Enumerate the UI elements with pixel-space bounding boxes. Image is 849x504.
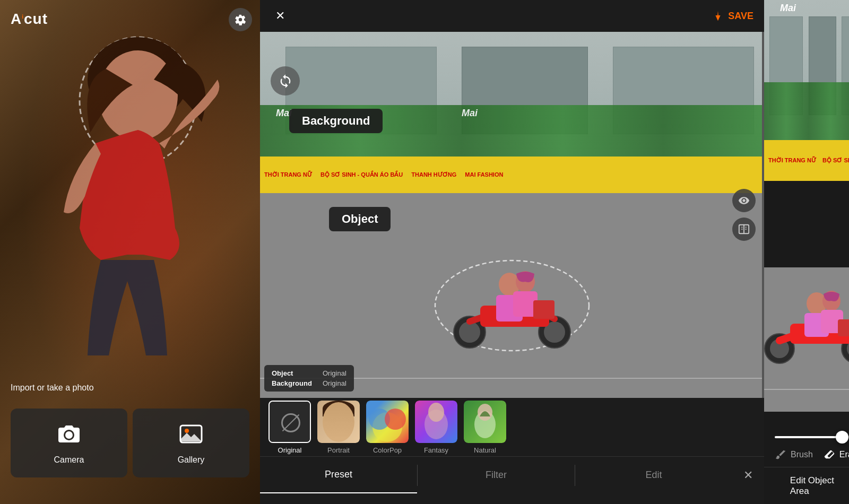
right-scooter-group bbox=[764, 250, 849, 369]
rotation-icon-button[interactable] bbox=[271, 66, 300, 95]
background-tooltip: Background bbox=[289, 109, 383, 133]
bottom-tabs: Preset Filter Edit ✕ bbox=[260, 456, 764, 493]
filter-portrait[interactable]: Portrait bbox=[317, 401, 360, 454]
slider-value: 5 bbox=[775, 419, 849, 433]
brush-icon bbox=[775, 449, 786, 460]
filter-original-thumb bbox=[268, 401, 311, 443]
banner-text-4: MAI FASHION bbox=[461, 171, 507, 178]
close-button[interactable]: ✕ bbox=[271, 6, 290, 25]
split-icon bbox=[738, 223, 750, 235]
filter-fantasy-thumb bbox=[415, 401, 457, 443]
banner-text-2: BỘ SƠ SINH - QUẦN ÁO BẦU bbox=[316, 171, 407, 178]
object-tooltip: Object bbox=[329, 207, 391, 231]
right-canvas: Mai Mai THỜI TRANG NỮ BỘ SƠ SINH - QUẦN … bbox=[764, 0, 849, 412]
gallery-label: Gallery bbox=[178, 455, 205, 465]
refresh-icon bbox=[278, 74, 293, 89]
svg-rect-15 bbox=[533, 300, 555, 319]
filter-strip: Original Portrait bbox=[260, 398, 764, 456]
banner-text-3: THANH HƯƠNG bbox=[407, 171, 461, 178]
filter-fantasy[interactable]: Fantasy bbox=[415, 401, 457, 454]
eraser-icon bbox=[824, 449, 835, 460]
filter-portrait-label: Portrait bbox=[327, 446, 350, 454]
right-banner: THỜI TRANG NỮ BỘ SƠ SINH - QUẦN ÁO BẦU T… bbox=[764, 140, 849, 181]
settings-button[interactable] bbox=[229, 8, 252, 31]
app-logo: Aicut bbox=[11, 11, 48, 28]
slider-track[interactable] bbox=[775, 436, 849, 438]
status-background-label: Background bbox=[272, 379, 314, 387]
eraser-label: Eraser bbox=[839, 450, 849, 459]
right-preview: Mai Mai THỜI TRANG NỮ BỘ SƠ SINH - QUẦN … bbox=[764, 0, 849, 412]
filter-fantasy-label: Fantasy bbox=[424, 446, 448, 454]
view-controls bbox=[732, 189, 756, 241]
tab-close-button[interactable]: ✕ bbox=[732, 457, 764, 493]
status-background-row: Background Original bbox=[272, 379, 346, 387]
street-canvas: Mai Mai THỜI TRANG NỮ BỘ SƠ SINH - QUẦN … bbox=[260, 32, 764, 398]
slider-section: 5 bbox=[764, 412, 849, 442]
tool-section: Brush Eraser bbox=[764, 442, 849, 467]
eye-icon bbox=[738, 195, 750, 206]
right-road-marking bbox=[764, 389, 849, 390]
slider-fill bbox=[775, 436, 837, 438]
yellow-banner: THỜI TRANG NỮ BỘ SƠ SINH - QUẦN ÁO BẦU T… bbox=[260, 157, 764, 193]
status-bar: Object Original Background Original bbox=[264, 365, 354, 392]
import-text: Import or take a photo bbox=[11, 383, 94, 393]
eraser-button[interactable]: Eraser bbox=[824, 449, 849, 460]
svg-point-24 bbox=[385, 409, 406, 430]
status-object-label: Object bbox=[272, 369, 314, 377]
camera-label: Camera bbox=[54, 455, 84, 465]
panel-divider bbox=[762, 32, 764, 398]
brush-button[interactable]: Brush bbox=[775, 449, 813, 460]
filter-original[interactable]: Original bbox=[268, 401, 311, 454]
filter-colorpop-label: ColorPop bbox=[373, 446, 402, 454]
filter-natural-thumb bbox=[464, 401, 506, 443]
status-object-row: Object Original bbox=[272, 369, 346, 377]
tab-edit[interactable]: Edit bbox=[575, 457, 732, 493]
slider-thumb[interactable] bbox=[836, 431, 848, 444]
status-object-value: Original bbox=[323, 369, 346, 377]
save-icon bbox=[712, 10, 724, 22]
camera-button[interactable]: Camera bbox=[11, 409, 127, 477]
filter-colorpop[interactable]: ColorPop bbox=[366, 401, 409, 454]
middle-bottom: Original Portrait bbox=[260, 398, 764, 504]
svg-rect-38 bbox=[838, 319, 849, 336]
banner-text-1: THỜI TRANG NỮ bbox=[260, 171, 316, 178]
woman-silhouette bbox=[16, 27, 239, 398]
logo-text: Aicut bbox=[11, 11, 48, 28]
save-button[interactable]: SAVE bbox=[712, 10, 753, 22]
middle-panel: ✕ SAVE Mai Mai bbox=[260, 0, 764, 504]
action-buttons: Camera Gallery bbox=[11, 409, 249, 477]
gallery-button[interactable]: Gallery bbox=[133, 409, 249, 477]
filter-original-label: Original bbox=[278, 446, 302, 454]
right-bottom-bar: Edit Object Area ✓ bbox=[764, 467, 849, 504]
save-label: SAVE bbox=[728, 11, 753, 22]
right-panel: Mai Mai THỜI TRANG NỮ BỘ SƠ SINH - QUẦN … bbox=[764, 0, 849, 504]
camera-icon bbox=[56, 421, 82, 449]
tab-filter[interactable]: Filter bbox=[418, 457, 575, 493]
filter-portrait-thumb bbox=[317, 401, 360, 443]
status-background-value: Original bbox=[323, 379, 346, 387]
filter-natural-label: Natural bbox=[474, 446, 496, 454]
middle-topbar: ✕ SAVE bbox=[260, 0, 764, 32]
left-panel: Aicut Import or take a photo Camera bbox=[0, 0, 260, 504]
gear-icon bbox=[235, 14, 246, 25]
tab-preset[interactable]: Preset bbox=[260, 457, 417, 493]
svg-point-4 bbox=[185, 429, 189, 433]
gallery-icon bbox=[178, 421, 204, 449]
split-view-button[interactable] bbox=[732, 218, 756, 241]
main-image-area: Mai Mai THỜI TRANG NỮ BỘ SƠ SINH - QUẦN … bbox=[260, 32, 764, 398]
brush-label: Brush bbox=[791, 450, 813, 459]
filter-natural[interactable]: Natural bbox=[464, 401, 506, 454]
eye-button[interactable] bbox=[732, 189, 756, 212]
scooter-group bbox=[427, 226, 597, 355]
filter-colorpop-thumb bbox=[366, 401, 409, 443]
edit-area-label: Edit Object Area bbox=[790, 475, 849, 497]
svg-point-26 bbox=[428, 403, 444, 422]
